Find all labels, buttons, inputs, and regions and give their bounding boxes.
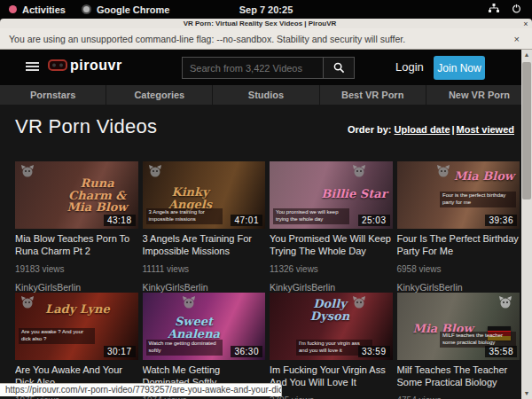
video-card[interactable]: Mia Blow MILF teaches the teacher some p… (397, 293, 520, 399)
studio-link[interactable]: KinkyGirlsBerlin (397, 282, 520, 293)
thumbnail-overlay-name: Sweet Analena (159, 316, 230, 340)
order-by-label: Order by: (348, 124, 392, 135)
thumbnail-caption: Are you awake ? And your dick also ? (19, 328, 95, 344)
scrollbar[interactable]: ▲ ▼ (521, 50, 532, 399)
order-separator: | (450, 124, 457, 135)
logo-text: pirouvr (70, 58, 122, 74)
view-count: 11111 views (143, 264, 266, 274)
power-icon[interactable] (512, 4, 521, 15)
nav-item-new-vr-porn[interactable]: New VR Porn (426, 85, 532, 105)
search-bar (182, 57, 355, 79)
video-thumbnail[interactable]: Kinky Angels 3 Angels are training for i… (143, 161, 266, 229)
screen: Activities Google Chrome Sep 7 20:25 VR … (0, 0, 532, 399)
chrome-infobar: You are using an unsupported command-lin… (0, 28, 532, 50)
studio-cat-mask-icon (498, 296, 512, 309)
video-thumbnail[interactable]: Runa Charm & Mia Blow 43:18 (15, 161, 138, 229)
thumbnail-overlay-name: Runa Charm & Mia Blow (62, 177, 133, 214)
browser-tab-strip: VR Porn: Virtual Reality Sex Videos | Pi… (0, 19, 532, 28)
duration-badge: 43:18 (104, 215, 136, 226)
thumbnail-caption: Watch me getting dominated softly (146, 340, 223, 356)
thumbnail-caption: You promised we will keep trying the who… (273, 208, 349, 224)
search-button[interactable] (323, 58, 354, 78)
video-title[interactable]: Milf Teaches The Teacher Some Practical … (397, 364, 520, 389)
studio-cat-mask-icon (352, 165, 366, 177)
thumbnail-overlay-name: Billie Star (321, 188, 387, 200)
network-icon[interactable] (489, 4, 499, 15)
duration-badge: 30:17 (104, 346, 136, 357)
login-link[interactable]: Login (395, 60, 424, 74)
view-count: 4754 views (397, 395, 520, 399)
video-thumbnail[interactable]: Sweet Analena Watch me getting dominated… (143, 293, 266, 360)
scrollbar-up-icon[interactable]: ▲ (521, 50, 532, 60)
video-card[interactable]: Runa Charm & Mia Blow 43:18 Mia Blow Tea… (15, 161, 138, 293)
nav-item-studios[interactable]: Studios (212, 85, 318, 105)
thumbnail-caption: Four is the perfect birthday party for m… (440, 192, 516, 207)
video-thumbnail[interactable]: Dolly Dyson I'm fucking your virgin ass … (270, 293, 393, 360)
tab-title[interactable]: VR Porn: Virtual Reality Sex Videos | Pi… (0, 19, 520, 28)
infobar-close-icon[interactable]: × (514, 34, 532, 44)
view-count: 19183 views (15, 264, 138, 274)
duration-badge: 36:30 (231, 346, 262, 357)
studio-link[interactable]: KinkyGirlsBerlin (270, 282, 393, 293)
thumbnail-overlay-name: Mia Blow (454, 170, 514, 183)
video-card[interactable]: Kinky Angels 3 Angels are training for i… (143, 161, 266, 293)
scrollbar-down-icon[interactable]: ▼ (521, 388, 532, 399)
studio-cat-mask-icon (20, 296, 35, 309)
duration-badge: 39:36 (485, 215, 517, 226)
video-thumbnail[interactable]: Lady Lyne Are you awake ? And your dick … (15, 293, 138, 360)
order-by: Order by: Upload date|Most viewed (348, 124, 514, 135)
page-heading-row: VR Porn Videos Order by: Upload date|Mos… (15, 115, 514, 138)
search-icon (333, 62, 345, 74)
order-most-viewed-link[interactable]: Most viewed (457, 124, 514, 135)
main-nav: Pornstars Categories Studios Best VR Por… (0, 85, 532, 105)
video-title[interactable]: 3 Angels Are Training For Impossible Mis… (143, 233, 266, 258)
duration-badge: 47:01 (231, 215, 262, 226)
studio-cat-mask-icon (20, 165, 35, 177)
view-count: 6958 views (397, 264, 520, 274)
studio-link[interactable]: KinkyGirlsBerlin (15, 282, 138, 293)
video-thumbnail[interactable]: Billie Star You promised we will keep tr… (270, 161, 393, 229)
clock[interactable]: Sep 7 20:25 (0, 4, 532, 15)
video-thumbnail[interactable]: Mia Blow Four is the perfect birthday pa… (397, 161, 520, 229)
thumbnail-caption: 3 Angels are training for impossible mis… (146, 208, 223, 224)
status-url-bubble: https://pirouvr.com/vr-porn-video/779325… (0, 383, 282, 396)
video-title[interactable]: Im Fucking Your Virgin Ass And You Will … (270, 364, 393, 389)
vr-goggles-icon (48, 59, 67, 72)
view-count: 2795 views (270, 395, 393, 399)
duration-badge: 25:03 (358, 215, 390, 226)
duration-badge: 33:59 (358, 346, 390, 357)
nav-item-best-vr-porn[interactable]: Best VR Porn (319, 85, 426, 105)
video-title[interactable]: Mia Blow Teaches Porn To Runa Charm Pt 2 (15, 233, 138, 258)
video-title[interactable]: Four Is The Perfect Birthday Party For M… (397, 233, 520, 258)
thumbnail-overlay-name: Kinky Angels (155, 186, 226, 210)
system-top-bar: Activities Google Chrome Sep 7 20:25 (0, 0, 532, 19)
site-logo[interactable]: pirouvr (48, 58, 122, 74)
video-grid: Runa Charm & Mia Blow 43:18 Mia Blow Tea… (15, 161, 520, 399)
duration-badge: 35:58 (485, 346, 517, 357)
infobar-message: You are using an unsupported command-lin… (0, 34, 405, 44)
page-title: VR Porn Videos (15, 115, 157, 138)
thumbnail-overlay-name: Dolly Dyson (294, 298, 365, 322)
video-card[interactable]: Billie Star You promised we will keep tr… (270, 161, 393, 293)
studio-cat-mask-icon (148, 165, 162, 177)
thumbnail-overlay-name: Lady Lyne (45, 303, 110, 316)
join-now-button[interactable]: Join Now (434, 56, 485, 80)
video-card[interactable]: Mia Blow Four is the perfect birthday pa… (397, 161, 520, 293)
studio-cat-mask-icon (182, 296, 196, 309)
order-upload-date-link[interactable]: Upload date (395, 124, 450, 135)
scrollbar-thumb[interactable] (522, 62, 531, 200)
studio-link[interactable]: KinkyGirlsBerlin (143, 282, 266, 293)
studio-cat-mask-icon (436, 165, 450, 177)
site-header: pirouvr Login Join Now (0, 50, 532, 85)
video-thumbnail[interactable]: Mia Blow MILF teaches the teacher some p… (397, 293, 520, 360)
search-input[interactable] (183, 58, 323, 78)
video-card[interactable]: Dolly Dyson I'm fucking your virgin ass … (270, 293, 393, 399)
nav-item-categories[interactable]: Categories (106, 85, 212, 105)
nav-item-pornstars[interactable]: Pornstars (0, 85, 106, 105)
menu-icon[interactable] (26, 62, 39, 73)
view-count: 11326 views (270, 264, 393, 274)
tab-close-icon[interactable]: × (520, 20, 532, 28)
video-title[interactable]: You Promised We Will Keep Trying The Who… (270, 233, 393, 258)
